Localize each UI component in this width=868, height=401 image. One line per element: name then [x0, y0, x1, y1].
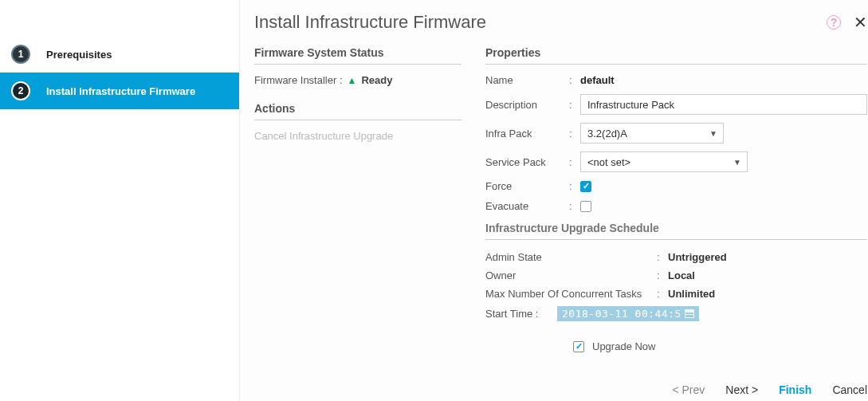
prev-button[interactable]: < Prev [672, 383, 705, 396]
upgrade-now-label: Upgrade Now [592, 340, 656, 352]
help-icon[interactable]: ? [827, 15, 841, 29]
arrow-up-icon: ▲ [348, 75, 357, 86]
prop-infra-pack-row: Infra Pack : 3.2(2d)A ▼ [485, 123, 867, 143]
step-label: Prerequisites [46, 49, 112, 61]
admin-state-value: Untriggered [668, 251, 727, 263]
wizard-sidebar: 1 Prerequisites 2 Install Infrastructure… [0, 0, 239, 401]
calendar-icon[interactable] [685, 309, 694, 318]
upgrade-now-row: Upgrade Now [573, 340, 867, 352]
prop-evacuate-label: Evacuate [485, 200, 569, 212]
titlebar: Install Infrastructure Firmware ? ✕ [254, 6, 867, 38]
schedule-owner-row: Owner : Local [485, 269, 867, 281]
schedule-section-title: Infrastructure Upgrade Schedule [485, 222, 867, 240]
schedule-admin-state-row: Admin State : Untriggered [485, 251, 867, 263]
description-input[interactable] [580, 94, 867, 115]
admin-state-label: Admin State [485, 251, 657, 263]
max-tasks-label: Max Number Of Concurrent Tasks [485, 288, 657, 300]
prop-name-value: default [580, 74, 615, 86]
step-label: Install Infrastructure Firmware [46, 85, 195, 97]
owner-value: Local [668, 269, 695, 281]
status-section-title: Firmware System Status [254, 46, 461, 65]
owner-label: Owner [485, 269, 657, 281]
infra-pack-select[interactable]: 3.2(2d)A [580, 123, 724, 143]
actions-section-title: Actions [254, 102, 461, 120]
step-number: 1 [11, 45, 30, 64]
firmware-installer-row: Firmware Installer : ▲ Ready [254, 74, 461, 86]
wizard-body: Firmware System Status Firmware Installe… [254, 46, 867, 401]
prop-name-label: Name [485, 74, 569, 86]
wizard-main: Install Infrastructure Firmware ? ✕ Firm… [239, 0, 868, 401]
wizard-step-install-firmware[interactable]: 2 Install Infrastructure Firmware [0, 73, 239, 109]
finish-button[interactable]: Finish [779, 383, 811, 396]
prop-service-pack-label: Service Pack [485, 156, 569, 168]
schedule-start-time-row: Start Time : 2018-03-11 00:44:5 [485, 306, 867, 321]
service-pack-select[interactable]: <not set> [580, 151, 748, 172]
firmware-installer-label: Firmware Installer : [254, 74, 343, 86]
prop-description-row: Description : [485, 94, 867, 115]
cancel-infra-upgrade-link: Cancel Infrastructure Upgrade [254, 130, 461, 142]
prop-name-row: Name : default [485, 74, 867, 86]
upgrade-now-checkbox[interactable] [573, 341, 584, 352]
prop-description-label: Description [485, 99, 569, 111]
right-column: Properties Name : default Description : … [477, 46, 867, 401]
left-column: Firmware System Status Firmware Installe… [254, 46, 477, 401]
evacuate-checkbox[interactable] [580, 201, 591, 212]
start-time-label: Start Time : [485, 308, 557, 320]
close-icon[interactable]: ✕ [854, 14, 867, 30]
force-checkbox[interactable] [580, 181, 591, 192]
start-time-input[interactable]: 2018-03-11 00:44:5 [557, 306, 699, 321]
max-tasks-value: Unlimited [668, 288, 715, 300]
prop-evacuate-row: Evacuate : [485, 200, 867, 212]
schedule-section: Infrastructure Upgrade Schedule Admin St… [485, 222, 867, 352]
wizard-dialog: 1 Prerequisites 2 Install Infrastructure… [0, 0, 868, 401]
prop-force-row: Force : [485, 180, 867, 192]
step-number: 2 [11, 81, 30, 100]
wizard-footer: < Prev Next > Finish Cancel [672, 383, 867, 396]
firmware-installer-value: Ready [361, 74, 392, 86]
wizard-step-prerequisites[interactable]: 1 Prerequisites [0, 36, 239, 73]
prop-service-pack-row: Service Pack : <not set> ▼ [485, 151, 867, 172]
schedule-max-tasks-row: Max Number Of Concurrent Tasks : Unlimit… [485, 288, 867, 300]
properties-section-title: Properties [485, 46, 867, 65]
prop-infra-pack-label: Infra Pack [485, 128, 569, 140]
cancel-button[interactable]: Cancel [832, 383, 867, 396]
page-title: Install Infrastructure Firmware [254, 12, 486, 33]
prop-force-label: Force [485, 180, 569, 192]
next-button[interactable]: Next > [725, 383, 758, 396]
